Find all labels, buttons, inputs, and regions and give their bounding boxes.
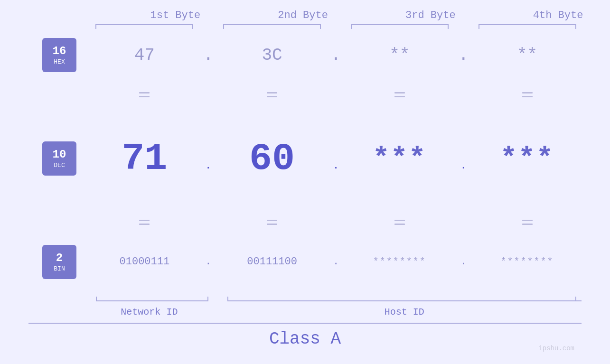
byte-headers-row: 1st Byte 2nd Byte 3rd Byte 4th Byte bbox=[59, 9, 610, 24]
bin-val-1: 01000111 bbox=[90, 256, 199, 268]
byte-header-2: 2nd Byte bbox=[249, 9, 357, 24]
bottom-brackets bbox=[28, 292, 582, 301]
dec-badge: 10 DEC bbox=[42, 141, 76, 176]
bin-dot-2: . bbox=[327, 256, 346, 268]
data-area: 16 HEX 47 . 3C . ** . ** bbox=[28, 25, 582, 292]
bin-val-4: ******** bbox=[473, 256, 582, 267]
eq-1 bbox=[90, 92, 199, 97]
dec-val-3: *** bbox=[346, 142, 454, 175]
eq2-2 bbox=[218, 220, 327, 225]
bin-row: 2 BIN 01000111 . 00111100 . ******** . bbox=[28, 232, 582, 292]
dec-dot-1: . bbox=[199, 146, 218, 171]
dec-val-4: *** bbox=[473, 142, 582, 175]
main-container: 1st Byte 2nd Byte 3rd Byte 4th Byte bbox=[0, 0, 610, 364]
hex-dot-3: . bbox=[454, 46, 473, 65]
equals-row-2 bbox=[28, 213, 582, 232]
id-labels-row: Network ID Host ID bbox=[28, 301, 582, 323]
hex-val-4: ** bbox=[473, 46, 582, 65]
byte-header-3: 3rd Byte bbox=[376, 9, 485, 24]
bracket-cell-1 bbox=[90, 24, 199, 25]
top-brackets bbox=[28, 24, 582, 25]
bracket-cell-2 bbox=[218, 24, 327, 25]
hex-val-2: 3C bbox=[218, 46, 327, 65]
eq2-3 bbox=[346, 220, 454, 225]
host-bracket bbox=[227, 292, 582, 301]
host-id-label: Host ID bbox=[227, 307, 582, 317]
bin-badge: 2 BIN bbox=[42, 245, 76, 279]
watermark: ipshu.com bbox=[538, 345, 574, 352]
eq-3 bbox=[346, 92, 454, 97]
class-label: Class A bbox=[269, 329, 341, 349]
byte-header-4: 4th Byte bbox=[504, 9, 610, 24]
hex-dot-1: . bbox=[199, 46, 218, 65]
eq2-4 bbox=[473, 220, 582, 225]
network-bracket bbox=[90, 292, 208, 301]
eq-2 bbox=[218, 92, 327, 97]
byte-header-1: 1st Byte bbox=[121, 9, 230, 24]
class-section: Class A ipshu.com bbox=[28, 323, 582, 355]
dec-row: 10 DEC 71 . 60 . *** . *** bbox=[28, 104, 582, 213]
eq-4 bbox=[473, 92, 582, 97]
equals-row-1 bbox=[28, 85, 582, 104]
bin-dot-1: . bbox=[199, 256, 218, 268]
dec-val-1: 71 bbox=[90, 137, 199, 180]
hex-val-1: 47 bbox=[90, 46, 199, 65]
dec-dot-2: . bbox=[327, 146, 346, 171]
bin-val-3: ******** bbox=[346, 256, 454, 267]
hex-dot-2: . bbox=[327, 46, 346, 65]
bin-dot-3: . bbox=[454, 256, 473, 268]
hex-row: 16 HEX 47 . 3C . ** . ** bbox=[28, 25, 582, 85]
hex-badge: 16 HEX bbox=[42, 38, 76, 72]
eq2-1 bbox=[90, 220, 199, 225]
dec-val-2: 60 bbox=[218, 137, 327, 180]
bin-val-2: 00111100 bbox=[218, 256, 327, 268]
hex-val-3: ** bbox=[346, 46, 454, 65]
network-id-label: Network ID bbox=[90, 307, 208, 317]
bracket-cell-4 bbox=[473, 24, 582, 25]
bracket-cell-3 bbox=[346, 24, 454, 25]
dec-dot-3: . bbox=[454, 146, 473, 171]
